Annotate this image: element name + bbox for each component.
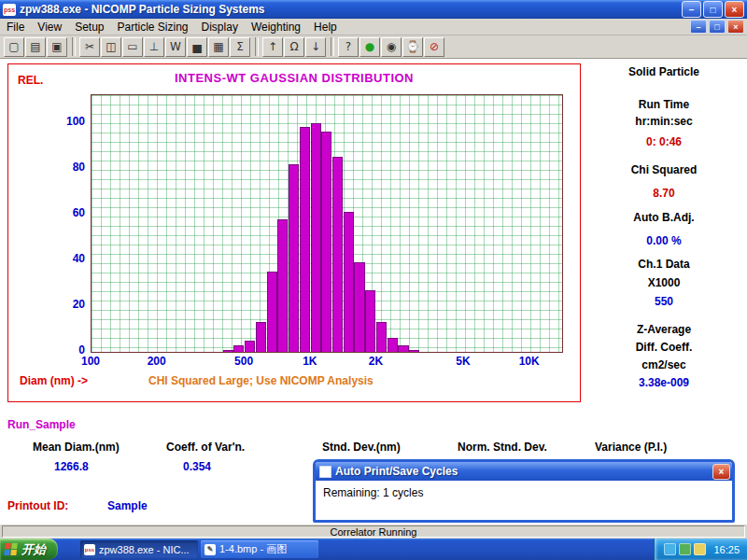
menu-item-weighting[interactable]: Weighting [245,19,307,35]
histogram-bar [267,272,277,352]
menu-item-particle-sizing[interactable]: Particle Sizing [111,19,195,35]
sum-icon[interactable]: Σ [230,37,250,57]
histogram-bar [388,338,398,352]
mdi-close-button[interactable]: × [727,20,744,34]
menu-item-setup[interactable]: Setup [68,19,110,35]
status-bar: Correlator Running [0,524,747,539]
histogram-bar [223,350,233,353]
x-tick-label: 100 [77,355,105,368]
histogram-bar [256,322,266,352]
chi-squared-label: Chi Squared [585,163,743,176]
y-tick-label: 80 [49,161,85,174]
open-folder-icon[interactable]: ▤ [25,37,46,57]
coeff-var-value: 0.354 [183,460,211,473]
toolbar-separator [72,37,76,56]
arrow-down-icon[interactable]: ↓ [305,37,326,57]
maximize-button[interactable]: □ [703,1,723,18]
omega-icon[interactable]: Ω [284,37,304,57]
menu-item-file[interactable]: File [0,19,31,35]
run-time-label: Run Time [585,98,743,111]
histogram-bar [311,123,321,353]
dialog-close-button[interactable]: × [712,464,730,480]
weighting-icon[interactable]: W [165,37,186,57]
taskbar-task-paint[interactable]: ✎1-4.bmp - 画图 [201,540,318,558]
dialog-title: Auto Print/Save Cycles [335,465,712,478]
histogram-bar [233,345,244,352]
title-bar[interactable]: pss zpw388.exe - NICOMP Particle Sizing … [0,0,747,19]
x-tick-label: 200 [143,355,171,368]
toolbar: ▢▤▣✂◫▭⊥W▅▦Σ↑Ω↓?●◉⌚⊘ [0,35,747,59]
histogram-icon[interactable]: ▅ [187,37,207,57]
stats-panel: Solid Particle Run Time hr:min:sec 0: 0:… [585,63,743,399]
chart-frame: REL. INTENS-WT GAUSSIAN DISTRIBUTION 020… [7,63,581,402]
start-button[interactable]: 开始 [0,539,58,560]
column-header: Coeff. of Var'n. [166,441,245,454]
diff-coeff-units: cm2/sec [585,358,743,371]
minimize-button[interactable]: – [682,1,701,18]
app-icon: pss [3,4,16,16]
report-icon[interactable]: ◫ [101,37,121,57]
plot-box-icon[interactable]: ▭ [122,37,143,57]
paint-icon: ✎ [204,544,216,555]
x-tick-label: 1K [296,355,324,368]
auto-print-dialog: Auto Print/Save Cycles × Remaining: 1 cy… [313,459,735,523]
y-tick-label: 60 [49,206,85,219]
histogram-bar [277,219,288,352]
timer-icon[interactable]: ⌚ [402,37,423,57]
tray-icon-1[interactable] [664,543,676,555]
save-icon[interactable]: ▣ [47,37,67,57]
x-tick-label: 10K [515,355,543,368]
system-tray: 16:25 [654,539,747,560]
histogram-bar [409,350,419,353]
taskbar: 开始 psszpw388.exe - NIC...✎1-4.bmp - 画图 1… [0,539,747,560]
printout-id-label: Printout ID: [7,499,68,512]
stop-icon[interactable]: ⊘ [424,37,444,57]
column-header: Mean Diam.(nm) [33,441,120,454]
axes-icon[interactable]: ⊥ [144,37,164,57]
status-message: Correlator Running [2,525,745,538]
dialog-title-bar[interactable]: Auto Print/Save Cycles × [316,462,732,481]
column-header: Stnd. Dev.(nm) [322,441,401,454]
tray-icons [664,543,706,555]
toolbar-separator [331,37,334,56]
arrow-up-icon[interactable]: ↑ [262,37,283,57]
menu-item-display[interactable]: Display [195,19,245,35]
cut-icon[interactable]: ✂ [79,37,100,57]
mdi-restore-button[interactable]: □ [709,20,726,34]
run-time-value: 0: 0:46 [585,135,743,148]
tray-icon-2[interactable] [679,543,691,555]
help-icon[interactable]: ? [338,37,359,57]
y-tick-label: 100 [49,115,85,128]
diff-coeff-value: 3.38e-009 [585,376,743,389]
chi-squared-value: 8.70 [585,187,743,200]
ch1-value: 550 [585,295,743,308]
x-axis-title: Diam (nm) -> [20,374,88,387]
particle-type: Solid Particle [585,65,743,78]
application-window: pss zpw388.exe - NICOMP Particle Sizing … [0,0,747,560]
menu-item-view[interactable]: View [31,19,68,35]
y-tick-label: 40 [49,252,85,265]
go-indicator-icon[interactable]: ● [359,37,380,57]
auto-badj-value: 0.00 % [585,234,743,247]
column-header: Norm. Stnd. Dev. [458,441,547,454]
chart-title: INTENS-WT GAUSSIAN DISTRIBUTION [8,71,580,85]
ch1-gain: X1000 [585,276,743,289]
mdi-minimize-button[interactable]: – [690,20,707,34]
taskbar-task-pss[interactable]: psszpw388.exe - NIC... [80,540,198,558]
run-time-units: hr:min:sec [585,115,743,128]
dialog-body-text: Remaining: 1 cycles [316,481,732,505]
column-header: Variance (P.I.) [595,441,667,454]
task-label: 1-4.bmp - 画图 [219,542,287,556]
grid-icon[interactable]: ▦ [208,37,229,57]
camera-icon[interactable]: ◉ [381,37,402,57]
tray-icon-3[interactable] [694,543,706,555]
plot-area [91,94,563,353]
printout-id-value: Sample [107,499,148,512]
close-button[interactable]: × [725,1,744,18]
ch1-data-label: Ch.1 Data [585,258,743,271]
taskbar-clock[interactable]: 16:25 [713,544,740,555]
x-tick-label: 500 [230,355,258,368]
new-file-icon[interactable]: ▢ [4,37,24,57]
menu-item-help[interactable]: Help [307,19,344,35]
diff-coeff-label: Diff. Coeff. [585,341,743,354]
